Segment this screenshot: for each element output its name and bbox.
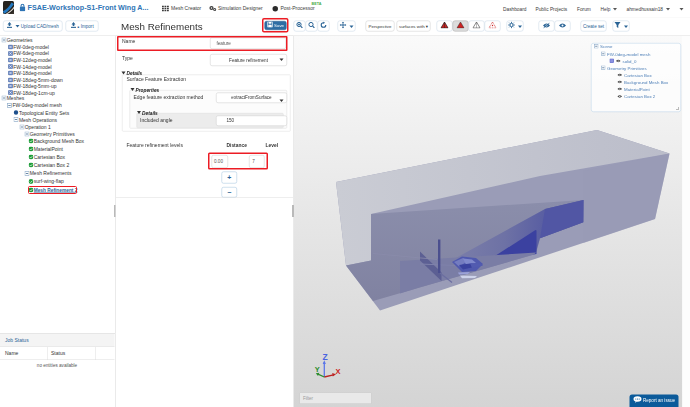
svg-text:Y: Y	[315, 365, 320, 374]
svg-text:Z: Z	[323, 352, 328, 362]
svg-text:X: X	[336, 367, 341, 376]
